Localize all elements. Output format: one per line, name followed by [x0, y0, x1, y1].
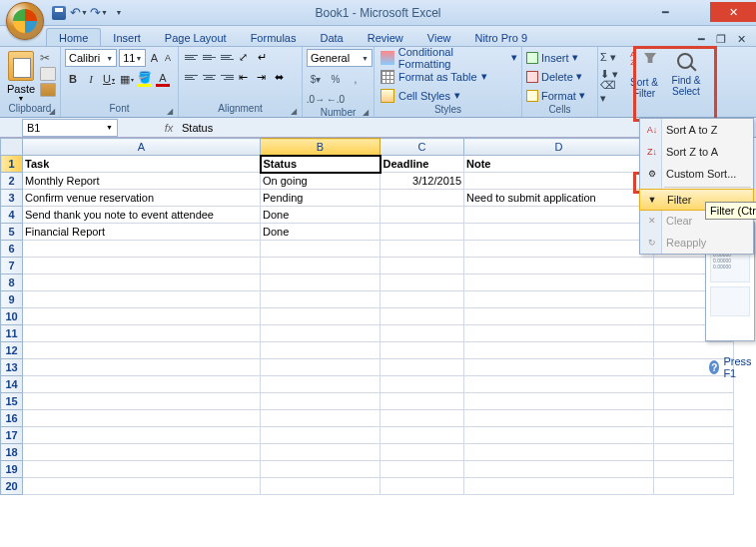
- menu-reapply[interactable]: ↻Reapply: [640, 232, 753, 254]
- cell-D5[interactable]: [464, 224, 654, 241]
- find-select-button[interactable]: Find & Select: [666, 47, 706, 117]
- tab-page-layout[interactable]: Page Layout: [153, 29, 239, 46]
- row-header-13[interactable]: 13: [1, 359, 23, 376]
- row-header-10[interactable]: 10: [1, 308, 23, 325]
- number-format-combo[interactable]: General▼: [307, 49, 373, 67]
- cell-C12[interactable]: [380, 342, 464, 359]
- col-header-D[interactable]: D: [464, 139, 654, 156]
- align-left-button[interactable]: [183, 69, 200, 85]
- tab-insert[interactable]: Insert: [101, 29, 153, 46]
- border-button[interactable]: ▦▾: [119, 71, 135, 87]
- menu-custom-sort[interactable]: ⚙Custom Sort...: [640, 163, 753, 185]
- cell-C1[interactable]: Deadline: [380, 156, 464, 173]
- cell-A10[interactable]: [23, 308, 261, 325]
- cell-A15[interactable]: [23, 393, 261, 410]
- align-bottom-button[interactable]: [219, 49, 236, 65]
- tab-nitro-pro-9[interactable]: Nitro Pro 9: [462, 29, 539, 46]
- number-launcher[interactable]: ◢: [363, 108, 369, 117]
- close-button[interactable]: ✕: [710, 2, 756, 22]
- row-header-4[interactable]: 4: [1, 207, 23, 224]
- cell-D2[interactable]: [464, 173, 654, 190]
- cell-D9[interactable]: [464, 291, 654, 308]
- merge-center-button[interactable]: ⬌: [273, 69, 291, 85]
- format-as-table-button[interactable]: Format as Table ▾: [378, 68, 517, 85]
- row-header-18[interactable]: 18: [1, 444, 23, 461]
- cell-C8[interactable]: [380, 274, 464, 291]
- cell-A20[interactable]: [23, 478, 261, 495]
- format-cells-button[interactable]: Format ▾: [526, 87, 593, 104]
- minimize-button[interactable]: ━: [650, 3, 680, 21]
- cell-C17[interactable]: [380, 427, 464, 444]
- cell-B9[interactable]: [261, 291, 380, 308]
- row-header-9[interactable]: 9: [1, 291, 23, 308]
- cell-B3[interactable]: Pending: [261, 190, 380, 207]
- row-header-17[interactable]: 17: [1, 427, 23, 444]
- cell-B11[interactable]: [261, 325, 380, 342]
- menu-sort-za[interactable]: Z↓Sort Z to A: [640, 141, 753, 163]
- cell-A18[interactable]: [23, 444, 261, 461]
- autosum-button[interactable]: Σ ▾: [600, 49, 620, 66]
- delete-cells-button[interactable]: Delete ▾: [526, 68, 593, 85]
- cell-B6[interactable]: [261, 241, 380, 258]
- cell-C15[interactable]: [380, 393, 464, 410]
- row-header-8[interactable]: 8: [1, 274, 23, 291]
- cell-C5[interactable]: [380, 224, 464, 241]
- font-launcher[interactable]: ◢: [167, 107, 173, 116]
- cell-D14[interactable]: [464, 376, 654, 393]
- fill-color-button[interactable]: 🪣: [137, 71, 153, 87]
- row-header-16[interactable]: 16: [1, 410, 23, 427]
- cell-B15[interactable]: [261, 393, 380, 410]
- row-header-15[interactable]: 15: [1, 393, 23, 410]
- restore-window-button[interactable]: ❐: [714, 33, 728, 46]
- orientation-button[interactable]: ⤢: [237, 49, 255, 65]
- underline-button[interactable]: U▾: [101, 71, 117, 87]
- cell-D3[interactable]: Need to submit application: [464, 190, 654, 207]
- cell-A4[interactable]: Send thank you note to event attendee: [23, 207, 261, 224]
- col-header-B[interactable]: B: [261, 139, 380, 156]
- cell-D11[interactable]: [464, 325, 654, 342]
- maximize-button[interactable]: [680, 3, 710, 21]
- row-header-20[interactable]: 20: [1, 478, 23, 495]
- cell-A6[interactable]: [23, 241, 261, 258]
- alignment-launcher[interactable]: ◢: [291, 107, 297, 116]
- font-name-combo[interactable]: Calibri▼: [65, 49, 117, 67]
- italic-button[interactable]: I: [83, 71, 99, 87]
- wrap-text-button[interactable]: ↵: [256, 49, 274, 65]
- cell-B20[interactable]: [261, 478, 380, 495]
- name-box[interactable]: B1▼: [22, 119, 118, 137]
- cut-button[interactable]: [40, 51, 56, 65]
- tab-formulas[interactable]: Formulas: [239, 29, 309, 46]
- cell-D8[interactable]: [464, 274, 654, 291]
- cell-C11[interactable]: [380, 325, 464, 342]
- cell-A17[interactable]: [23, 427, 261, 444]
- cell-D17[interactable]: [464, 427, 654, 444]
- row-header-3[interactable]: 3: [1, 190, 23, 207]
- save-button[interactable]: [50, 4, 68, 22]
- cell-D20[interactable]: [464, 478, 654, 495]
- cell-B10[interactable]: [261, 308, 380, 325]
- cell-E19[interactable]: [654, 461, 734, 478]
- cell-D1[interactable]: Note: [464, 156, 654, 173]
- cell-B17[interactable]: [261, 427, 380, 444]
- minimize-ribbon-button[interactable]: ━: [694, 33, 708, 46]
- align-top-button[interactable]: [183, 49, 200, 65]
- cell-A3[interactable]: Confirm venue reservation: [23, 190, 261, 207]
- cell-D7[interactable]: [464, 258, 654, 274]
- copy-button[interactable]: [40, 67, 56, 81]
- align-center-button[interactable]: [201, 69, 218, 85]
- cell-A11[interactable]: [23, 325, 261, 342]
- office-button[interactable]: [6, 2, 44, 40]
- cell-D16[interactable]: [464, 410, 654, 427]
- cell-D15[interactable]: [464, 393, 654, 410]
- cell-E17[interactable]: [654, 427, 734, 444]
- cell-A16[interactable]: [23, 410, 261, 427]
- cell-C20[interactable]: [380, 478, 464, 495]
- grow-font-button[interactable]: A: [148, 50, 160, 66]
- cell-C16[interactable]: [380, 410, 464, 427]
- bold-button[interactable]: B: [65, 71, 81, 87]
- increase-indent-button[interactable]: ⇥: [255, 69, 272, 85]
- cell-B19[interactable]: [261, 461, 380, 478]
- cell-B13[interactable]: [261, 359, 380, 376]
- cell-C3[interactable]: [380, 190, 464, 207]
- menu-sort-az[interactable]: A↓Sort A to Z: [640, 119, 753, 141]
